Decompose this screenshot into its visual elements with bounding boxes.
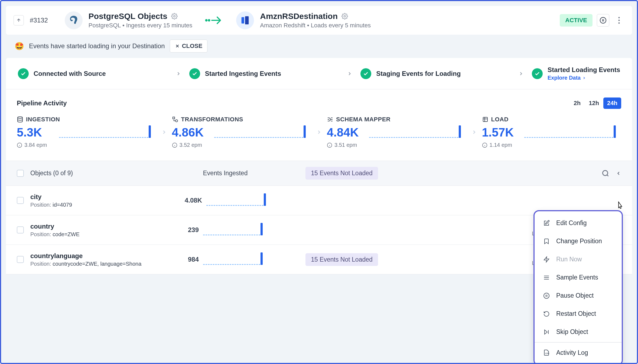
menu-label: Edit Config: [556, 219, 587, 227]
schema-icon: [327, 116, 333, 123]
stage-label: Started Ingesting Events: [205, 70, 281, 77]
svg-point-0: [174, 15, 175, 17]
menu-change-position[interactable]: Change Position: [535, 232, 622, 250]
notification-banner: 🤩 Events have started loading in your De…: [15, 40, 623, 53]
not-loaded-chip[interactable]: 15 Events Not Loaded: [305, 253, 378, 266]
time-range-12h[interactable]: 12h: [585, 98, 603, 109]
source-settings-icon[interactable]: [171, 13, 178, 20]
pipeline-activity-section: Pipeline Activity 2h 12h 24h INGESTION 5…: [6, 89, 632, 161]
metric-value: 5.3K: [17, 126, 55, 139]
check-icon: [18, 68, 29, 79]
metric-rate: 3.51 epm: [334, 142, 357, 148]
metric-value: 4.84K: [327, 126, 365, 139]
pause-icon: [543, 292, 550, 299]
banner-emoji-icon: 🤩: [15, 42, 24, 51]
check-icon: [360, 68, 371, 79]
svg-point-10: [18, 117, 22, 118]
svg-rect-12: [173, 117, 175, 119]
time-range-24h[interactable]: 24h: [603, 98, 621, 109]
svg-point-18: [544, 293, 549, 298]
metric-transformations: TRANSFORMATIONS 4.86K 3.52 epm: [172, 116, 311, 148]
sparkline: [524, 127, 616, 138]
svg-point-8: [619, 20, 620, 21]
events-value: 239: [188, 226, 199, 234]
stage-connected: Connected with Source: [18, 68, 168, 79]
menu-separator: [535, 342, 622, 343]
row-more-button[interactable]: [608, 192, 621, 209]
chevron-right-icon: [518, 70, 524, 77]
svg-rect-4: [245, 16, 249, 24]
object-name[interactable]: country: [30, 223, 80, 230]
metric-value: 4.86K: [172, 126, 210, 139]
row-checkbox[interactable]: [17, 197, 24, 204]
info-icon: [327, 142, 332, 148]
sparkline: [59, 127, 151, 138]
banner-text: Events have started loading in your Dest…: [29, 42, 165, 50]
source-title: PostgreSQL Objects: [89, 12, 167, 21]
object-name[interactable]: city: [30, 193, 72, 201]
skip-icon: [543, 329, 550, 335]
database-icon: [17, 116, 23, 123]
objects-table-header: Objects (0 of 9) Events Ingested 15 Even…: [6, 161, 632, 186]
object-name[interactable]: countrylanguage: [30, 252, 141, 260]
load-icon: [482, 116, 489, 123]
position-label: Position:: [30, 261, 51, 267]
metric-value: 1.57K: [482, 126, 520, 139]
svg-point-1: [206, 20, 207, 21]
metric-schema-mapper: SCHEMA MAPPER 4.84K 3.51 epm: [327, 116, 466, 148]
bolt-icon: [543, 256, 550, 263]
menu-sample-events[interactable]: Sample Events: [535, 268, 622, 287]
bookmark-icon: [543, 238, 550, 245]
svg-point-6: [600, 17, 606, 23]
svg-point-5: [344, 15, 346, 17]
check-icon: [189, 68, 200, 79]
row-checkbox[interactable]: [17, 256, 24, 263]
check-icon: [532, 68, 543, 79]
explore-data-label: Explore Data: [548, 75, 581, 81]
menu-label: Sample Events: [556, 274, 598, 281]
pipeline-id: #3132: [30, 17, 48, 24]
sparkline: [206, 195, 266, 206]
list-icon: [543, 274, 550, 281]
svg-point-20: [603, 170, 608, 176]
not-loaded-chip[interactable]: 15 Events Not Loaded: [305, 167, 378, 180]
info-icon: [17, 142, 22, 148]
chevron-right-icon: [161, 128, 167, 136]
menu-restart-object[interactable]: Restart Object: [535, 305, 622, 323]
destination-block: AmznRSDestination Amazon Redshift • Load…: [260, 12, 371, 29]
destination-connector-icon: [236, 11, 254, 29]
stage-label: Connected with Source: [34, 70, 106, 77]
object-context-menu: Edit Config Change Position Run Now Samp…: [533, 210, 623, 364]
menu-activity-log[interactable]: LOGActivity Log: [535, 344, 622, 362]
time-range-2h[interactable]: 2h: [570, 98, 584, 109]
destination-settings-icon[interactable]: [341, 13, 348, 20]
menu-label: Change Position: [556, 238, 602, 245]
sparkline: [369, 127, 461, 138]
metric-ingestion: INGESTION 5.3K 3.84 epm: [17, 116, 156, 148]
events-column-header: Events Ingested: [168, 170, 282, 177]
banner-close-button[interactable]: CLOSE: [170, 40, 208, 53]
search-icon[interactable]: [602, 170, 609, 177]
pipeline-stages: Connected with Source Started Ingesting …: [6, 58, 632, 89]
row-checkbox[interactable]: [17, 226, 24, 233]
stage-staging: Staging Events for Loading: [360, 68, 510, 79]
select-all-checkbox[interactable]: [17, 170, 24, 177]
menu-skip-object[interactable]: Skip Object: [535, 323, 622, 341]
back-button[interactable]: [14, 15, 24, 25]
explore-data-link[interactable]: Explore Data: [548, 75, 620, 81]
chevron-right-icon: [471, 128, 477, 136]
position-value: id=4079: [53, 202, 72, 208]
svg-point-9: [619, 22, 620, 24]
menu-label: Pause Object: [556, 292, 594, 299]
pipeline-more-button[interactable]: [614, 15, 624, 26]
metric-rate: 3.84 epm: [24, 142, 47, 148]
pause-pipeline-button[interactable]: [597, 14, 609, 27]
stage-label: Started Loading Events: [548, 66, 620, 74]
stage-label: Staging Events for Loading: [376, 70, 461, 77]
prev-page-icon[interactable]: [616, 170, 621, 177]
info-icon: [482, 142, 487, 148]
menu-pause-object[interactable]: Pause Object: [535, 287, 622, 305]
menu-edit-config[interactable]: Edit Config: [535, 214, 622, 232]
sparkline: [203, 254, 263, 265]
menu-label: Run Now: [556, 256, 582, 263]
